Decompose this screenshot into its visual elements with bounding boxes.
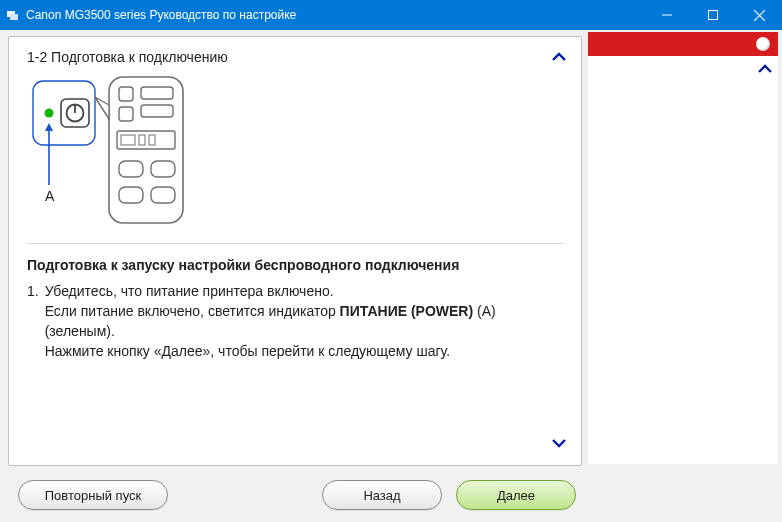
printer-illustration: A <box>27 75 563 225</box>
section-title: 1-2 Подготовка к подключению <box>27 49 563 65</box>
back-button[interactable]: Назад <box>322 480 442 510</box>
main-panel: 1-2 Подготовка к подключению A <box>8 36 582 466</box>
next-button[interactable]: Далее <box>456 480 576 510</box>
window-titlebar: Canon MG3500 series Руководство по настр… <box>0 0 782 30</box>
divider <box>27 243 563 244</box>
window-close-button[interactable] <box>736 0 782 30</box>
window-title: Canon MG3500 series Руководство по настр… <box>26 8 644 22</box>
instruction-step: 1. Убедитесь, что питание принтера включ… <box>27 282 563 362</box>
svg-point-4 <box>45 109 54 118</box>
side-panel <box>588 32 778 464</box>
power-label-strong: ПИТАНИЕ (POWER) <box>340 303 474 319</box>
app-icon <box>0 7 26 23</box>
button-bar: Повторный пуск Назад Далее <box>0 466 782 522</box>
side-panel-header <box>588 32 778 56</box>
scroll-up-icon[interactable] <box>551 49 567 69</box>
illustration-label: A <box>45 188 55 204</box>
restart-button[interactable]: Повторный пуск <box>18 480 168 510</box>
side-panel-body <box>588 56 778 464</box>
window-minimize-button[interactable] <box>644 0 690 30</box>
svg-rect-1 <box>10 14 18 20</box>
instruction-line-2: Если питание включено, светится индикато… <box>45 302 563 342</box>
instruction-line-3: Нажмите кнопку «Далее», чтобы перейти к … <box>45 342 563 362</box>
chevron-up-icon[interactable] <box>757 61 773 81</box>
instruction-content: Подготовка к запуску настройки беспровод… <box>27 256 563 361</box>
scroll-down-icon[interactable] <box>551 435 567 455</box>
step-number: 1. <box>27 282 39 362</box>
instruction-heading: Подготовка к запуску настройки беспровод… <box>27 256 563 276</box>
side-panel-indicator-icon <box>756 37 770 51</box>
window-maximize-button[interactable] <box>690 0 736 30</box>
instruction-line-1: Убедитесь, что питание принтера включено… <box>45 282 563 302</box>
svg-rect-2 <box>709 11 718 20</box>
